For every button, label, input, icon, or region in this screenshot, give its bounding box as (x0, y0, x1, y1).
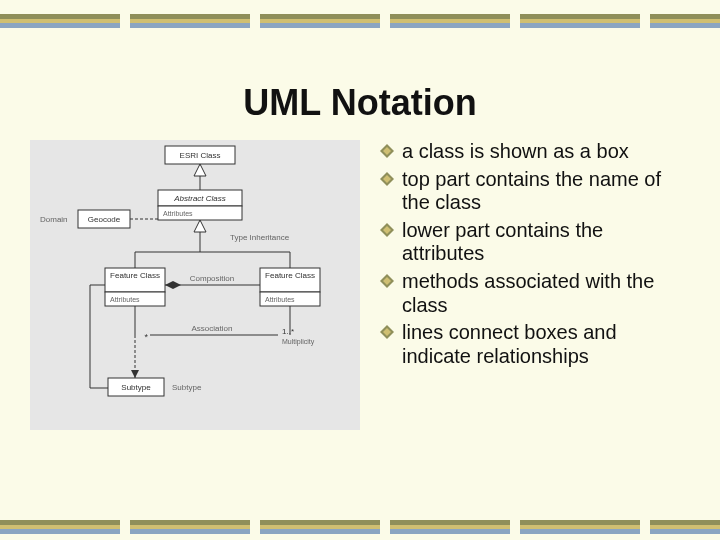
bullet-icon (380, 144, 394, 158)
list-item: lines connect boxes and indicate relatio… (380, 321, 690, 368)
svg-text:Attributes: Attributes (265, 296, 295, 303)
svg-text:Attributes: Attributes (163, 210, 193, 217)
svg-text:Geocode: Geocode (88, 215, 121, 224)
svg-text:ESRI Class: ESRI Class (180, 151, 221, 160)
svg-marker-13 (194, 220, 206, 232)
content-area: ESRI Class Abstract Class Attributes Dom… (30, 140, 690, 470)
bullet-text: a class is shown as a box (402, 140, 629, 162)
svg-text:Domain: Domain (40, 215, 68, 224)
list-item: methods associated with the class (380, 270, 690, 317)
list-item: lower part contains the attributes (380, 219, 690, 266)
uml-diagram: ESRI Class Abstract Class Attributes Dom… (30, 140, 360, 430)
svg-text:Feature Class: Feature Class (110, 271, 160, 280)
svg-text:Type Inheritance: Type Inheritance (230, 233, 290, 242)
svg-text:Multiplicity: Multiplicity (282, 338, 315, 346)
list-item: top part contains the name of the class (380, 168, 690, 215)
slide-title: UML Notation (0, 82, 720, 124)
bullet-icon (380, 325, 394, 339)
svg-marker-28 (165, 281, 181, 289)
decor-bar-bottom (0, 520, 720, 534)
bullet-icon (380, 172, 394, 186)
bullet-text: methods associated with the class (402, 270, 654, 316)
svg-text:Subtype: Subtype (121, 383, 151, 392)
svg-text:Association: Association (192, 324, 233, 333)
svg-marker-41 (131, 370, 139, 378)
bullet-text: top part contains the name of the class (402, 168, 661, 214)
svg-text:Subtype: Subtype (172, 383, 202, 392)
svg-text:Composition: Composition (190, 274, 234, 283)
list-item: a class is shown as a box (380, 140, 690, 164)
svg-text:1..*: 1..* (282, 327, 294, 336)
svg-text:*: * (144, 332, 148, 342)
bullet-list: a class is shown as a box top part conta… (380, 140, 690, 372)
bullet-icon (380, 223, 394, 237)
svg-text:Attributes: Attributes (110, 296, 140, 303)
decor-bar-top (0, 14, 720, 28)
svg-marker-3 (194, 164, 206, 176)
bullet-text: lower part contains the attributes (402, 219, 603, 265)
svg-text:Feature Class: Feature Class (265, 271, 315, 280)
svg-text:Abstract Class: Abstract Class (173, 194, 226, 203)
bullet-icon (380, 274, 394, 288)
bullet-text: lines connect boxes and indicate relatio… (402, 321, 617, 367)
